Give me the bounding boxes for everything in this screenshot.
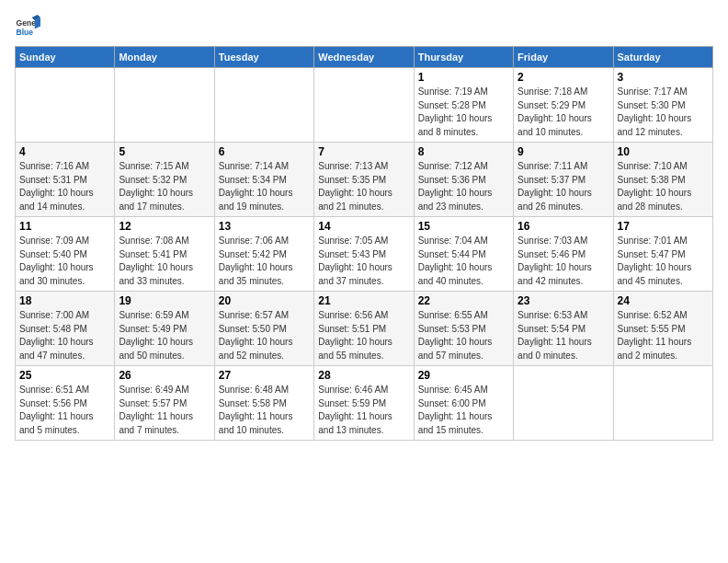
calendar-cell: 12Sunrise: 7:08 AM Sunset: 5:41 PM Dayli… bbox=[115, 217, 214, 292]
calendar-cell: 27Sunrise: 6:48 AM Sunset: 5:58 PM Dayli… bbox=[214, 366, 313, 441]
day-info: Sunrise: 6:46 AM Sunset: 5:59 PM Dayligh… bbox=[318, 384, 409, 437]
calendar-cell: 7Sunrise: 7:13 AM Sunset: 5:35 PM Daylig… bbox=[314, 143, 414, 217]
weekday-header-row: SundayMondayTuesdayWednesdayThursdayFrid… bbox=[16, 47, 713, 68]
day-number: 15 bbox=[418, 220, 509, 233]
calendar-cell: 17Sunrise: 7:01 AM Sunset: 5:47 PM Dayli… bbox=[613, 217, 712, 292]
day-number: 9 bbox=[518, 145, 609, 158]
calendar-cell: 24Sunrise: 6:52 AM Sunset: 5:55 PM Dayli… bbox=[613, 292, 712, 366]
day-number: 27 bbox=[219, 369, 310, 382]
day-number: 6 bbox=[219, 145, 310, 158]
day-number: 19 bbox=[119, 294, 210, 307]
day-info: Sunrise: 7:01 AM Sunset: 5:47 PM Dayligh… bbox=[618, 235, 709, 288]
calendar-cell: 22Sunrise: 6:55 AM Sunset: 5:53 PM Dayli… bbox=[414, 292, 513, 366]
calendar-cell: 29Sunrise: 6:45 AM Sunset: 6:00 PM Dayli… bbox=[414, 366, 513, 441]
day-info: Sunrise: 7:06 AM Sunset: 5:42 PM Dayligh… bbox=[219, 235, 310, 288]
calendar-cell: 8Sunrise: 7:12 AM Sunset: 5:36 PM Daylig… bbox=[414, 143, 513, 217]
day-number: 22 bbox=[418, 294, 509, 307]
day-number: 29 bbox=[418, 369, 509, 382]
day-info: Sunrise: 6:56 AM Sunset: 5:51 PM Dayligh… bbox=[318, 309, 409, 362]
day-number: 23 bbox=[518, 294, 609, 307]
day-number: 7 bbox=[318, 145, 409, 158]
calendar-table: SundayMondayTuesdayWednesdayThursdayFrid… bbox=[15, 46, 713, 441]
calendar-cell: 3Sunrise: 7:17 AM Sunset: 5:30 PM Daylig… bbox=[613, 68, 712, 143]
calendar-week-row: 25Sunrise: 6:51 AM Sunset: 5:56 PM Dayli… bbox=[16, 366, 713, 441]
day-info: Sunrise: 6:51 AM Sunset: 5:56 PM Dayligh… bbox=[19, 384, 110, 437]
calendar-cell: 16Sunrise: 7:03 AM Sunset: 5:46 PM Dayli… bbox=[514, 217, 613, 292]
calendar-cell: 14Sunrise: 7:05 AM Sunset: 5:43 PM Dayli… bbox=[314, 217, 414, 292]
day-number: 11 bbox=[19, 220, 110, 233]
calendar-week-row: 18Sunrise: 7:00 AM Sunset: 5:48 PM Dayli… bbox=[16, 292, 713, 366]
calendar-cell: 20Sunrise: 6:57 AM Sunset: 5:50 PM Dayli… bbox=[214, 292, 313, 366]
day-info: Sunrise: 7:05 AM Sunset: 5:43 PM Dayligh… bbox=[318, 235, 409, 288]
weekday-header: Thursday bbox=[414, 47, 513, 68]
calendar-cell: 6Sunrise: 7:14 AM Sunset: 5:34 PM Daylig… bbox=[214, 143, 313, 217]
svg-text:Blue: Blue bbox=[17, 28, 34, 37]
day-info: Sunrise: 6:53 AM Sunset: 5:54 PM Dayligh… bbox=[518, 309, 609, 362]
day-info: Sunrise: 6:45 AM Sunset: 6:00 PM Dayligh… bbox=[418, 384, 509, 437]
day-info: Sunrise: 7:17 AM Sunset: 5:30 PM Dayligh… bbox=[618, 86, 709, 139]
day-info: Sunrise: 7:18 AM Sunset: 5:29 PM Dayligh… bbox=[518, 86, 609, 139]
logo: General Blue bbox=[15, 15, 40, 40]
logo-icon: General Blue bbox=[15, 15, 40, 40]
day-info: Sunrise: 7:16 AM Sunset: 5:31 PM Dayligh… bbox=[19, 160, 110, 213]
day-info: Sunrise: 7:00 AM Sunset: 5:48 PM Dayligh… bbox=[19, 309, 110, 362]
day-info: Sunrise: 7:10 AM Sunset: 5:38 PM Dayligh… bbox=[618, 160, 709, 213]
weekday-header: Sunday bbox=[16, 47, 115, 68]
day-info: Sunrise: 6:52 AM Sunset: 5:55 PM Dayligh… bbox=[618, 309, 709, 362]
day-number: 13 bbox=[219, 220, 310, 233]
weekday-header: Friday bbox=[514, 47, 613, 68]
day-info: Sunrise: 6:48 AM Sunset: 5:58 PM Dayligh… bbox=[219, 384, 310, 437]
day-number: 3 bbox=[618, 71, 709, 84]
calendar-cell: 26Sunrise: 6:49 AM Sunset: 5:57 PM Dayli… bbox=[115, 366, 214, 441]
day-info: Sunrise: 6:49 AM Sunset: 5:57 PM Dayligh… bbox=[119, 384, 210, 437]
calendar-cell: 9Sunrise: 7:11 AM Sunset: 5:37 PM Daylig… bbox=[514, 143, 613, 217]
day-info: Sunrise: 7:12 AM Sunset: 5:36 PM Dayligh… bbox=[418, 160, 509, 213]
day-number: 28 bbox=[318, 369, 409, 382]
weekday-header: Wednesday bbox=[314, 47, 414, 68]
day-info: Sunrise: 7:19 AM Sunset: 5:28 PM Dayligh… bbox=[418, 86, 509, 139]
day-info: Sunrise: 7:03 AM Sunset: 5:46 PM Dayligh… bbox=[518, 235, 609, 288]
day-number: 14 bbox=[318, 220, 409, 233]
day-info: Sunrise: 6:55 AM Sunset: 5:53 PM Dayligh… bbox=[418, 309, 509, 362]
day-number: 24 bbox=[618, 294, 709, 307]
calendar-cell: 18Sunrise: 7:00 AM Sunset: 5:48 PM Dayli… bbox=[16, 292, 115, 366]
calendar-cell: 10Sunrise: 7:10 AM Sunset: 5:38 PM Dayli… bbox=[613, 143, 712, 217]
day-info: Sunrise: 7:04 AM Sunset: 5:44 PM Dayligh… bbox=[418, 235, 509, 288]
calendar-cell: 19Sunrise: 6:59 AM Sunset: 5:49 PM Dayli… bbox=[115, 292, 214, 366]
day-number: 26 bbox=[119, 369, 210, 382]
weekday-header: Monday bbox=[115, 47, 214, 68]
day-number: 25 bbox=[19, 369, 110, 382]
day-number: 5 bbox=[119, 145, 210, 158]
day-info: Sunrise: 7:14 AM Sunset: 5:34 PM Dayligh… bbox=[219, 160, 310, 213]
calendar-cell: 11Sunrise: 7:09 AM Sunset: 5:40 PM Dayli… bbox=[16, 217, 115, 292]
calendar-cell: 13Sunrise: 7:06 AM Sunset: 5:42 PM Dayli… bbox=[214, 217, 313, 292]
calendar-week-row: 11Sunrise: 7:09 AM Sunset: 5:40 PM Dayli… bbox=[16, 217, 713, 292]
day-info: Sunrise: 7:09 AM Sunset: 5:40 PM Dayligh… bbox=[19, 235, 110, 288]
calendar-week-row: 4Sunrise: 7:16 AM Sunset: 5:31 PM Daylig… bbox=[16, 143, 713, 217]
calendar-cell bbox=[16, 68, 115, 143]
day-info: Sunrise: 7:08 AM Sunset: 5:41 PM Dayligh… bbox=[119, 235, 210, 288]
day-info: Sunrise: 7:13 AM Sunset: 5:35 PM Dayligh… bbox=[318, 160, 409, 213]
calendar-cell: 23Sunrise: 6:53 AM Sunset: 5:54 PM Dayli… bbox=[514, 292, 613, 366]
day-info: Sunrise: 6:59 AM Sunset: 5:49 PM Dayligh… bbox=[119, 309, 210, 362]
calendar-cell bbox=[214, 68, 313, 143]
day-number: 1 bbox=[418, 71, 509, 84]
calendar-cell: 5Sunrise: 7:15 AM Sunset: 5:32 PM Daylig… bbox=[115, 143, 214, 217]
day-number: 2 bbox=[518, 71, 609, 84]
day-info: Sunrise: 6:57 AM Sunset: 5:50 PM Dayligh… bbox=[219, 309, 310, 362]
day-number: 10 bbox=[618, 145, 709, 158]
calendar-cell: 28Sunrise: 6:46 AM Sunset: 5:59 PM Dayli… bbox=[314, 366, 414, 441]
calendar-cell bbox=[613, 366, 712, 441]
day-number: 12 bbox=[119, 220, 210, 233]
day-number: 20 bbox=[219, 294, 310, 307]
calendar-cell: 2Sunrise: 7:18 AM Sunset: 5:29 PM Daylig… bbox=[514, 68, 613, 143]
weekday-header: Saturday bbox=[613, 47, 712, 68]
weekday-header: Tuesday bbox=[214, 47, 313, 68]
day-number: 18 bbox=[19, 294, 110, 307]
calendar-cell bbox=[514, 366, 613, 441]
header: General Blue bbox=[15, 11, 713, 40]
page: General Blue SundayMondayTuesdayWednesda… bbox=[0, 0, 728, 452]
day-number: 4 bbox=[19, 145, 110, 158]
calendar-cell: 25Sunrise: 6:51 AM Sunset: 5:56 PM Dayli… bbox=[16, 366, 115, 441]
calendar-cell: 1Sunrise: 7:19 AM Sunset: 5:28 PM Daylig… bbox=[414, 68, 513, 143]
